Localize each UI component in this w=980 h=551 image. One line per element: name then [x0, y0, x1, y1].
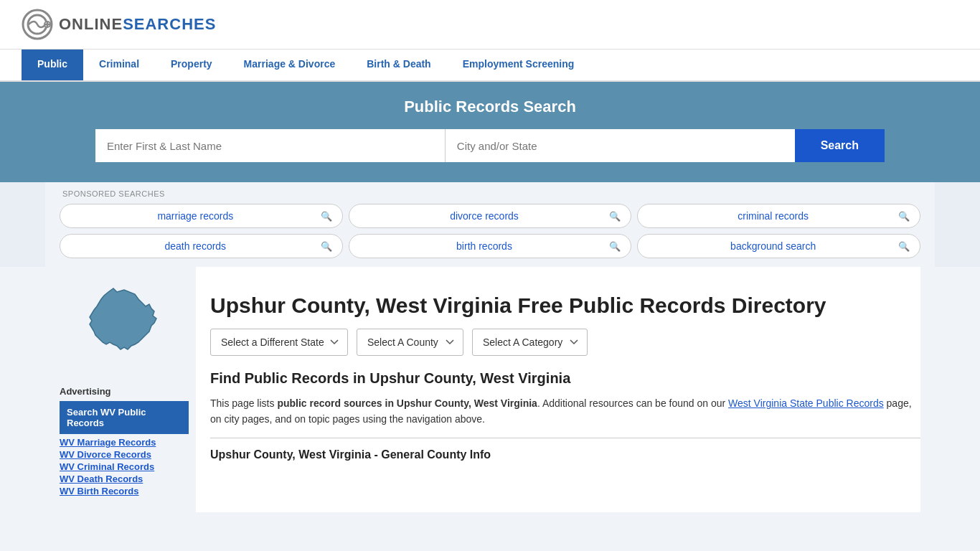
county-selector[interactable]: Select A County: [357, 329, 463, 356]
sponsored-pill-death[interactable]: death records 🔍: [60, 234, 343, 258]
sponsored-pill-birth-label: birth records: [359, 240, 610, 252]
search-icon-3: 🔍: [898, 211, 910, 222]
selectors-row: Select a Different State Select A County…: [210, 329, 920, 356]
find-bold: public record sources in Upshur County, …: [277, 397, 537, 409]
sidebar-link-criminal[interactable]: WV Criminal Records: [60, 461, 189, 472]
main-nav: Public Criminal Property Marriage & Divo…: [0, 50, 980, 82]
logo-text: ONLINE SEARCHES: [59, 15, 216, 34]
sidebar-ad-highlight-link[interactable]: Search WV Public Records: [60, 401, 189, 434]
nav-item-property[interactable]: Property: [155, 50, 228, 80]
find-records-title: Find Public Records in Upshur County, We…: [210, 370, 920, 387]
page-title: Upshur County, West Virginia Free Public…: [210, 293, 826, 319]
sponsored-label: SPONSORED SEARCHES: [60, 189, 920, 198]
sidebar-link-marriage[interactable]: WV Marriage Records: [60, 437, 189, 448]
search-icon-6: 🔍: [898, 241, 910, 252]
search-button[interactable]: Search: [795, 129, 885, 162]
search-row: Search: [95, 129, 885, 162]
sidebar-ad-label: Advertising: [60, 386, 189, 397]
sponsored-pill-marriage-label: marriage records: [70, 210, 321, 222]
search-banner-title: Public Records Search: [22, 98, 958, 116]
sponsored-pill-death-label: death records: [70, 240, 321, 252]
header: ONLINE SEARCHES: [0, 0, 980, 50]
sponsored-pill-divorce-label: divorce records: [359, 210, 610, 222]
inner-layout: Advertising Search WV Public Records WV …: [45, 267, 935, 512]
below-header: Advertising Search WV Public Records WV …: [0, 267, 980, 551]
search-icon-1: 🔍: [321, 211, 332, 222]
sponsored-grid: marriage records 🔍 divorce records 🔍 cri…: [60, 204, 920, 258]
logo-area: ONLINE SEARCHES: [22, 9, 216, 40]
wv-map-icon: [74, 281, 174, 375]
nav-item-criminal[interactable]: Criminal: [83, 50, 155, 80]
nav-item-marriage-divorce[interactable]: Marriage & Divorce: [228, 50, 352, 80]
find-records-link[interactable]: West Virginia State Public Records: [728, 397, 884, 409]
logo-searches: SEARCHES: [123, 15, 216, 34]
search-icon-5: 🔍: [609, 241, 621, 252]
sponsored-pill-background-label: background search: [648, 240, 898, 252]
sponsored-pill-background[interactable]: background search 🔍: [637, 234, 920, 258]
logo-online: ONLINE: [59, 15, 123, 34]
category-selector[interactable]: Select A Category: [472, 329, 588, 356]
name-search-input[interactable]: [95, 129, 446, 162]
sponsored-section: SPONSORED SEARCHES marriage records 🔍 di…: [45, 182, 935, 267]
sponsored-pill-divorce[interactable]: divorce records 🔍: [349, 204, 632, 228]
section-divider: [210, 438, 920, 438]
location-search-input[interactable]: [446, 129, 795, 162]
sidebar-link-birth[interactable]: WV Birth Records: [60, 486, 189, 496]
logo-icon: [22, 9, 53, 40]
page-title-section: Upshur County, West Virginia Free Public…: [210, 278, 920, 329]
nav-item-public[interactable]: Public: [22, 50, 83, 80]
search-banner: Public Records Search Search: [0, 82, 980, 182]
sponsored-pill-marriage[interactable]: marriage records 🔍: [60, 204, 343, 228]
state-selector[interactable]: Select a Different State: [210, 329, 348, 356]
sponsored-pill-criminal[interactable]: criminal records 🔍: [637, 204, 920, 228]
sponsored-pill-birth[interactable]: birth records 🔍: [349, 234, 632, 258]
sidebar-link-death[interactable]: WV Death Records: [60, 474, 189, 484]
find-records-paragraph: This page lists public record sources in…: [210, 395, 920, 428]
find-text-2: . Additional resources can be found on o…: [537, 397, 728, 409]
county-info-title: Upshur County, West Virginia - General C…: [210, 448, 920, 461]
search-icon-2: 🔍: [609, 211, 621, 222]
sponsored-pill-criminal-label: criminal records: [648, 210, 898, 222]
content-area: Upshur County, West Virginia Free Public…: [196, 267, 920, 512]
search-icon-4: 🔍: [321, 241, 332, 252]
nav-item-employment[interactable]: Employment Screening: [447, 50, 590, 80]
find-text-1: This page lists: [210, 397, 277, 409]
sidebar-link-divorce[interactable]: WV Divorce Records: [60, 449, 189, 460]
sidebar: Advertising Search WV Public Records WV …: [60, 267, 196, 512]
nav-item-birth-death[interactable]: Birth & Death: [351, 50, 446, 80]
